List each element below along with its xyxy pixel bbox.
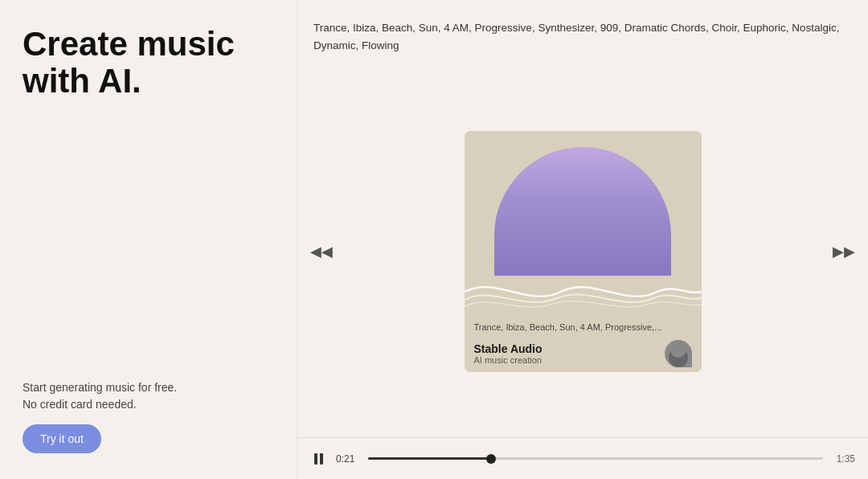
album-subtitle: AI music creation [474,355,542,365]
progress-container[interactable] [368,457,823,460]
bottom-section: Start generating music for free. No cred… [23,379,274,453]
player-area: ◀◀ Trance, Ibiza, Beach, Sun, 4 AM, Prog… [297,65,868,437]
stable-audio-logo [665,340,692,367]
progress-fill [368,457,491,460]
wave-lines [465,268,702,316]
album-art [465,131,702,316]
pause-bar-left [314,453,317,465]
current-time: 0:21 [336,453,358,465]
try-it-out-button[interactable]: Try it out [23,424,101,453]
album-name-group: Stable Audio AI music creation [474,342,542,365]
next-button[interactable]: ▶▶ [833,243,855,260]
song-tags-short: Trance, Ibiza, Beach, Sun, 4 AM, Progres… [474,322,692,332]
album-info-bar: Trance, Ibiza, Beach, Sun, 4 AM, Progres… [465,316,702,372]
progress-track[interactable] [368,457,823,460]
main-title: Create music with AI. [23,26,274,100]
controls-bar: 0:21 1:35 [297,437,868,479]
progress-thumb[interactable] [486,454,496,464]
prev-button[interactable]: ◀◀ [310,243,333,260]
tags-display: Trance, Ibiza, Beach, Sun, 4 AM, Progres… [297,16,868,65]
tagline: Start generating music for free. No cred… [23,379,274,413]
album-name: Stable Audio [474,342,542,355]
pause-button[interactable] [310,451,326,467]
right-panel: Trance, Ibiza, Beach, Sun, 4 AM, Progres… [297,0,868,479]
svg-point-1 [670,342,686,358]
pause-bar-right [320,453,323,465]
total-time: 1:35 [833,453,855,465]
left-panel: Create music with AI. Start generating m… [0,0,297,479]
album-card: Trance, Ibiza, Beach, Sun, 4 AM, Progres… [465,131,702,372]
album-bottom: Stable Audio AI music creation [474,340,692,367]
